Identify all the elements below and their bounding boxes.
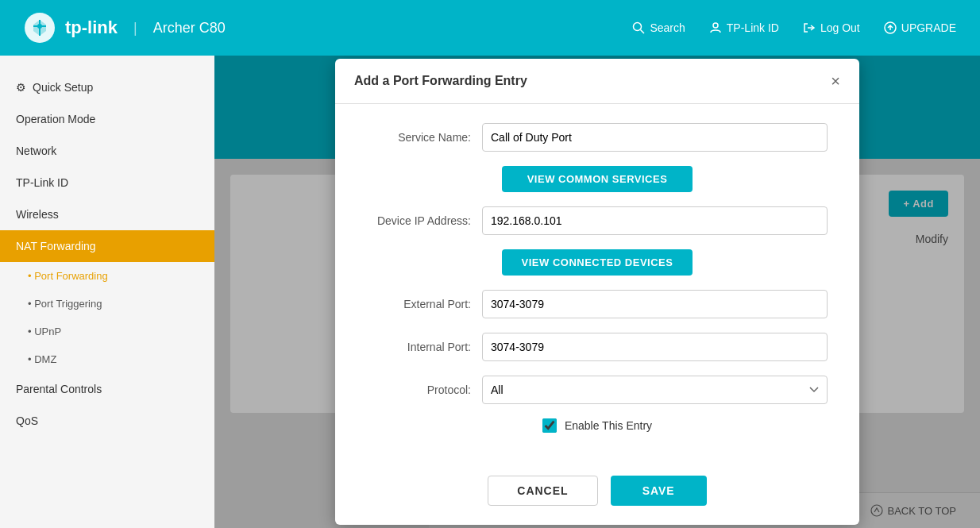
view-connected-devices-button[interactable]: VIEW CONNECTED DEVICES xyxy=(502,249,693,276)
sidebar-sub-label-port-triggering: Port Triggering xyxy=(34,298,102,310)
log-out-label: Log Out xyxy=(820,21,860,34)
service-name-label: Service Name: xyxy=(367,131,482,144)
device-ip-input[interactable] xyxy=(482,206,828,235)
sidebar-label-quick-setup: Quick Setup xyxy=(33,81,93,94)
cancel-button[interactable]: CANCEL xyxy=(488,476,597,506)
sidebar-item-network[interactable]: Network xyxy=(0,135,214,167)
search-label: Search xyxy=(650,21,685,34)
modal-close-button[interactable]: × xyxy=(831,73,840,89)
sidebar-label-parental-controls: Parental Controls xyxy=(16,383,102,395)
sidebar-label-qos: QoS xyxy=(16,414,38,427)
modal-overlay: Add a Port Forwarding Entry × Service Na… xyxy=(214,56,980,528)
modal-header: Add a Port Forwarding Entry × xyxy=(335,59,859,104)
sidebar-sub-port-triggering[interactable]: Port Triggering xyxy=(0,290,214,318)
sidebar-item-wireless[interactable]: Wireless xyxy=(0,198,214,230)
sidebar-sub-label-upnp: UPnP xyxy=(34,326,61,337)
enable-entry-label: Enable This Entry xyxy=(565,419,652,432)
sidebar-sub-label-dmz: DMZ xyxy=(34,353,56,365)
sidebar-sub-label-port-forwarding: Port Forwarding xyxy=(34,270,107,282)
view-connected-devices-row: VIEW CONNECTED DEVICES xyxy=(367,249,828,276)
protocol-label: Protocol: xyxy=(367,383,482,396)
sidebar-sub-dmz[interactable]: DMZ xyxy=(0,345,214,373)
logo-divider: | xyxy=(133,20,137,37)
logo-area: tp-link | Archer C80 xyxy=(24,12,226,44)
protocol-row: Protocol: All TCP UDP TCP/UDP xyxy=(367,376,828,404)
sidebar-sub-upnp[interactable]: UPnP xyxy=(0,318,214,345)
external-port-input[interactable] xyxy=(482,290,828,318)
sidebar-label-operation-mode: Operation Mode xyxy=(16,113,95,125)
enable-entry-checkbox[interactable] xyxy=(542,418,557,433)
enable-entry-row: Enable This Entry xyxy=(367,418,828,433)
service-name-row: Service Name: xyxy=(367,123,828,152)
tp-link-id-nav-item[interactable]: TP-Link ID xyxy=(709,21,779,34)
protocol-select[interactable]: All TCP UDP TCP/UDP xyxy=(482,376,828,404)
tp-link-id-label: TP-Link ID xyxy=(727,21,779,34)
logout-icon xyxy=(803,21,816,34)
sidebar-label-network: Network xyxy=(16,145,56,157)
brand-name: tp-link xyxy=(65,17,118,38)
sidebar-item-quick-setup[interactable]: ⚙ Quick Setup xyxy=(0,71,214,103)
sidebar: ⚙ Quick Setup Operation Mode Network TP-… xyxy=(0,56,214,528)
external-port-row: External Port: xyxy=(367,290,828,318)
upgrade-label: UPGRADE xyxy=(901,21,956,34)
svg-line-3 xyxy=(641,30,645,34)
internal-port-label: Internal Port: xyxy=(367,341,482,353)
svg-point-1 xyxy=(37,24,42,29)
log-out-nav-item[interactable]: Log Out xyxy=(803,21,860,34)
sidebar-label-wireless: Wireless xyxy=(16,208,59,221)
sidebar-label-nat-forwarding: NAT Forwarding xyxy=(16,240,96,252)
view-common-services-button[interactable]: VIEW COMMON SERVICES xyxy=(502,166,693,192)
internal-port-input[interactable] xyxy=(482,333,828,361)
modal-title: Add a Port Forwarding Entry xyxy=(354,74,527,88)
main-area: 1 2 3 + Add Modify xyxy=(214,56,980,528)
service-name-input[interactable] xyxy=(482,123,828,152)
save-button[interactable]: SAVE xyxy=(611,476,707,506)
search-nav-item[interactable]: Search xyxy=(632,21,685,34)
modal-dialog: Add a Port Forwarding Entry × Service Na… xyxy=(335,59,859,525)
header: tp-link | Archer C80 Search TP-Link ID xyxy=(0,0,980,56)
sidebar-label-tp-link-id: TP-Link ID xyxy=(16,176,68,189)
sidebar-item-operation-mode[interactable]: Operation Mode xyxy=(0,103,214,135)
svg-point-2 xyxy=(634,23,642,31)
device-ip-row: Device IP Address: xyxy=(367,206,828,235)
header-nav: Search TP-Link ID Log Out UPGRADE xyxy=(632,21,956,34)
svg-point-4 xyxy=(713,23,718,28)
device-ip-label: Device IP Address: xyxy=(367,214,482,227)
account-icon xyxy=(709,21,722,34)
modal-body: Service Name: VIEW COMMON SERVICES Devic… xyxy=(335,104,859,476)
external-port-label: External Port: xyxy=(367,298,482,310)
modal-footer: CANCEL SAVE xyxy=(335,476,859,525)
gear-icon: ⚙ xyxy=(16,81,26,94)
page-content: ⚙ Quick Setup Operation Mode Network TP-… xyxy=(0,56,980,528)
sidebar-item-nat-forwarding[interactable]: NAT Forwarding xyxy=(0,230,214,262)
model-name: Archer C80 xyxy=(153,20,226,37)
sidebar-item-qos[interactable]: QoS xyxy=(0,405,214,437)
sidebar-sub-port-forwarding[interactable]: Port Forwarding xyxy=(0,262,214,290)
search-icon xyxy=(632,21,645,34)
tp-link-logo-icon xyxy=(24,12,56,44)
sidebar-item-parental-controls[interactable]: Parental Controls xyxy=(0,373,214,405)
upgrade-icon xyxy=(884,21,897,34)
upgrade-nav-item[interactable]: UPGRADE xyxy=(884,21,956,34)
sidebar-item-tp-link-id[interactable]: TP-Link ID xyxy=(0,167,214,198)
view-common-services-row: VIEW COMMON SERVICES xyxy=(367,166,828,192)
internal-port-row: Internal Port: xyxy=(367,333,828,361)
